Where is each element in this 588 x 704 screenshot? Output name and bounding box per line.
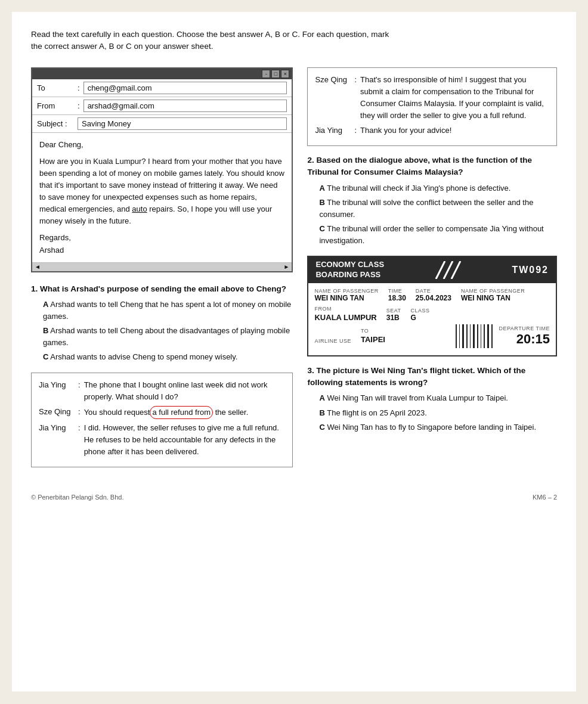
bp-body: NAME OF PASSENGER WEI NING TAN TIME 18.3… — [308, 283, 556, 355]
bp-seat-field: SEAT 31B — [386, 308, 401, 322]
bp-from-field: FROM KUALA LUMPUR — [314, 306, 376, 322]
bp-row-2: FROM KUALA LUMPUR SEAT 31B CLASS G — [314, 306, 550, 322]
from-value: arshad@gmail.com — [83, 100, 287, 112]
bp-boarding-pass-label: BOARDING PASS — [315, 270, 384, 280]
bp-flight-number: TW092 — [512, 265, 549, 275]
bp-title: ECONOMY CLASS BOARDING PASS — [315, 260, 384, 280]
dialogue-2-text-1: That's so irresponsible of him! I sugges… — [360, 74, 549, 122]
bp-departure-time: DEPARTURE TIME 20:15 — [499, 325, 550, 347]
email-body-text: How are you in Kuala Lumpur? I heard fro… — [39, 156, 284, 228]
boarding-pass: ECONOMY CLASS BOARDING PASS TW092 — [307, 256, 557, 356]
svg-line-2 — [451, 261, 460, 279]
page-number: KM6 – 2 — [533, 494, 557, 501]
bp-date-field: DATE 25.04.2023 — [416, 288, 451, 302]
q1-option-a: A Arshad wants to tell Cheng that he has… — [31, 299, 293, 322]
question-2: 2. Based on the dialogue above, what is … — [307, 154, 557, 246]
svg-line-0 — [436, 261, 445, 279]
email-salutation: Dear Cheng, — [39, 139, 284, 151]
svg-line-1 — [444, 261, 453, 279]
bp-to-field: AIRLINE USE — [314, 338, 351, 344]
q2-option-b: B The tribunal will solve the conflict b… — [307, 197, 557, 220]
bp-class-field: CLASS G — [411, 308, 430, 322]
dialogue-1-text-2: You should request a full refund from th… — [84, 406, 286, 419]
dialogue-2-row-2: Jia Ying : Thank you for your advice! — [315, 125, 549, 137]
subject-field-row: Subject : Saving Money — [32, 115, 292, 133]
bp-class: ECONOMY CLASS — [315, 260, 384, 270]
page-footer: © Penerbitan Pelangi Sdn. Bhd. KM6 – 2 — [31, 494, 557, 501]
subject-label: Subject : — [37, 119, 78, 128]
bp-time-field: TIME 18.30 — [388, 288, 406, 302]
bp-header: ECONOMY CLASS BOARDING PASS TW092 — [308, 257, 556, 283]
question-3: 3. The picture is Wei Ning Tan's flight … — [307, 365, 557, 433]
q3-option-b: B The flight is on 25 April 2023. — [307, 407, 557, 419]
q2-option-a: A The tribunal will check if Jia Ying's … — [307, 182, 557, 194]
email-titlebar: - □ × — [32, 69, 292, 79]
dialogue-box-2: Sze Qing : That's so irresponsible of hi… — [307, 67, 557, 147]
q1-option-b: B Arshad wants to tell Cheng about the d… — [31, 325, 293, 348]
email-body: Dear Cheng, How are you in Kuala Lumpur?… — [32, 133, 292, 263]
minimize-button[interactable]: - — [262, 70, 270, 78]
email-window: - □ × To : cheng@gmail.com From : arshad… — [31, 67, 293, 272]
bp-seat-name-field: NAME OF PASSENGER WEI NING TAN — [461, 288, 525, 302]
to-field-row: To : cheng@gmail.com — [32, 79, 292, 97]
bp-to-section: AIRLINE USE TO TAIPEI — [314, 328, 385, 344]
email-fields: To : cheng@gmail.com From : arshad@gmail… — [32, 79, 292, 133]
email-body-wrap: Dear Cheng, How are you in Kuala Lumpur?… — [32, 133, 292, 271]
from-label: From — [37, 101, 78, 110]
bp-main-info: NAME OF PASSENGER WEI NING TAN TIME 18.3… — [314, 288, 550, 351]
q1-option-c: C Arshad wants to advise Cheng to spend … — [31, 351, 293, 363]
email-sender: Arshad — [39, 244, 284, 256]
dialogue-1-row-3: Jia Ying : I did. However, the seller re… — [39, 422, 285, 458]
circled-refund: a full refund from — [150, 406, 213, 419]
dialogue-1-text-3: I did. However, the seller refuses to gi… — [84, 422, 286, 458]
speaker-jia-ying-2: Jia Ying — [39, 422, 75, 458]
dialogue-1-row-1: Jia Ying : The phone that I bought onlin… — [39, 379, 285, 403]
to-label: To — [37, 83, 78, 92]
to-value: cheng@gmail.com — [83, 82, 287, 94]
bp-row-3: AIRLINE USE TO TAIPEI — [314, 324, 550, 348]
bp-airport-to-field: TO TAIPEI — [361, 328, 385, 344]
dialogue-2-row-1: Sze Qing : That's so irresponsible of hi… — [315, 74, 549, 122]
question-2-text: 2. Based on the dialogue above, what is … — [307, 154, 557, 179]
to-colon: : — [78, 83, 80, 92]
from-field-row: From : arshad@gmail.com — [32, 97, 292, 115]
bp-row-1: NAME OF PASSENGER WEI NING TAN TIME 18.3… — [314, 288, 550, 302]
question-3-text: 3. The picture is Wei Ning Tan's flight … — [307, 365, 557, 389]
dialogue-box-1: Jia Ying : The phone that I bought onlin… — [31, 373, 293, 468]
speaker-sze-qing-2: Sze Qing — [315, 74, 351, 122]
maximize-button[interactable]: □ — [271, 70, 280, 78]
underline-auto: auto — [132, 204, 147, 213]
subject-value: Saving Money — [78, 117, 287, 130]
close-button[interactable]: × — [281, 70, 289, 78]
question-1: 1. What is Arshad's purpose of sending t… — [31, 283, 293, 363]
bp-passenger-field: NAME OF PASSENGER WEI NING TAN — [314, 288, 378, 302]
dialogue-2-text-2: Thank you for your advice! — [360, 125, 549, 137]
speaker-jia-ying-3: Jia Ying — [315, 125, 351, 137]
speaker-sze-qing-1: Sze Qing — [39, 406, 75, 419]
dialogue-1-text-1: The phone that I bought online last week… — [84, 379, 286, 403]
q3-option-a: A Wei Ning Tan will travel from Kuala Lu… — [307, 392, 557, 404]
dialogue-1-row-2: Sze Qing : You should request a full ref… — [39, 406, 285, 419]
barcode-icon — [456, 324, 493, 348]
speaker-jia-ying-1: Jia Ying — [39, 379, 75, 403]
email-footer-bar: ◄ ► — [32, 263, 292, 271]
from-colon: : — [78, 101, 80, 110]
copyright: © Penerbitan Pelangi Sdn. Bhd. — [31, 494, 124, 501]
q2-option-c: C The tribunal will order the seller to … — [307, 223, 557, 246]
bp-barcode-section: DEPARTURE TIME 20:15 — [456, 324, 550, 348]
question-1-text: 1. What is Arshad's purpose of sending t… — [31, 283, 293, 295]
q3-option-c: C Wei Ning Tan has to fly to Singapore b… — [307, 421, 557, 433]
bp-decoration-icon — [433, 261, 463, 279]
instructions: Read the text carefully in each question… — [31, 29, 557, 53]
email-closing: Regards, — [39, 232, 284, 244]
